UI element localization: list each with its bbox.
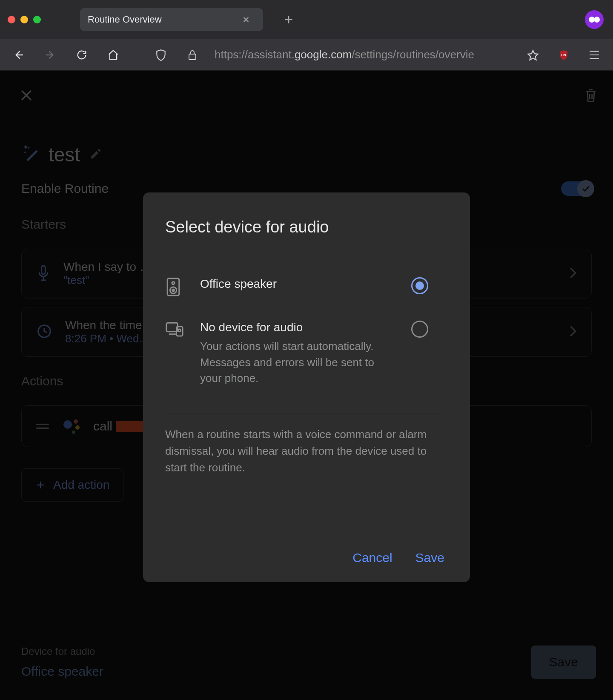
svg-point-9	[172, 282, 175, 284]
url-bar[interactable]: https://assistant.google.com/settings/ro…	[215, 48, 511, 61]
radio-selected[interactable]	[411, 277, 428, 294]
shield-icon[interactable]	[152, 46, 170, 64]
modal-title: Select device for audio	[165, 218, 444, 236]
forward-button[interactable]	[41, 46, 60, 64]
audio-option-no-device[interactable]: No device for audio Your actions will st…	[165, 314, 444, 404]
url-text: https://assistant.google.com/settings/ro…	[215, 48, 474, 61]
bookmark-icon[interactable]	[524, 46, 542, 64]
browser-tab[interactable]: Routine Overview	[80, 8, 263, 31]
svg-point-14	[178, 329, 181, 332]
no-device-icon	[165, 321, 185, 340]
radio-unselected[interactable]	[411, 321, 428, 338]
audio-option-label: No device for audio	[200, 321, 396, 334]
window-close[interactable]	[8, 16, 15, 23]
tab-close-icon[interactable]	[237, 10, 255, 29]
back-button[interactable]	[9, 46, 28, 64]
svg-text:uo: uo	[561, 53, 566, 57]
speaker-icon	[165, 277, 185, 297]
modal-note: When a routine starts with a voice comma…	[165, 426, 444, 476]
extension-badge[interactable]	[585, 10, 604, 29]
window-titlebar: Routine Overview	[0, 0, 613, 39]
modal-cancel-button[interactable]: Cancel	[352, 551, 392, 565]
svg-point-1	[594, 17, 600, 23]
menu-button[interactable]	[585, 46, 604, 64]
audio-option-desc: Your actions will start automatically. M…	[200, 339, 396, 387]
svg-rect-2	[189, 54, 196, 60]
reload-button[interactable]	[72, 46, 91, 64]
ublock-icon[interactable]: uo	[554, 46, 573, 64]
svg-point-0	[589, 17, 595, 23]
divider	[165, 414, 444, 414]
modal-save-button[interactable]: Save	[415, 551, 444, 565]
audio-option-office-speaker[interactable]: Office speaker	[165, 270, 444, 314]
window-minimize[interactable]	[20, 16, 28, 23]
window-maximize[interactable]	[33, 16, 41, 23]
audio-option-label: Office speaker	[200, 277, 396, 291]
new-tab-button[interactable]	[279, 10, 298, 29]
window-controls	[8, 16, 41, 23]
browser-toolbar: https://assistant.google.com/settings/ro…	[0, 39, 613, 71]
home-button[interactable]	[104, 46, 123, 64]
tab-title: Routine Overview	[88, 14, 226, 25]
svg-point-11	[172, 289, 175, 291]
select-audio-modal: Select device for audio Office speaker N…	[143, 192, 470, 582]
lock-icon[interactable]	[183, 46, 202, 64]
